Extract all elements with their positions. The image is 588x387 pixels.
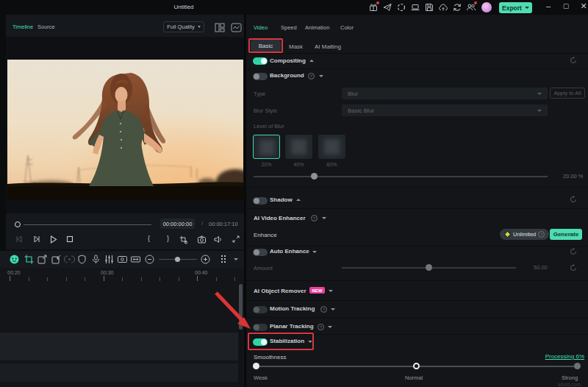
level-of-blur-label: Level of Blur [254,123,284,129]
unlimited-badge[interactable]: Unlimited ? [500,229,549,240]
zoom-in-icon[interactable] [200,254,211,265]
blur-preset-20[interactable] [253,135,280,159]
motion-tracking-help-icon[interactable]: ? [320,306,327,313]
crop-icon[interactable] [24,254,35,265]
quality-selector[interactable]: Full Quality [163,21,204,32]
tab-speed[interactable]: Speed [281,24,297,31]
mark-in-icon[interactable]: { [148,235,150,242]
generate-button[interactable]: Generate [550,229,582,240]
subtab-mask[interactable]: Mask [289,43,303,50]
zoom-out-icon[interactable] [144,254,155,265]
ripple-icon[interactable] [130,254,141,265]
tab-timeline[interactable]: Timeline [12,24,33,30]
avatar[interactable] [481,2,492,13]
export-button[interactable]: Export [499,2,532,13]
blur-preset-60[interactable] [318,135,345,159]
minimize-button[interactable]: – [542,1,554,10]
type-label: Type [254,90,265,97]
crop-settings-icon[interactable] [179,235,188,244]
sync-icon[interactable] [452,2,462,13]
shadow-reset-icon[interactable] [570,196,577,203]
auto-enhance-reset-icon[interactable] [570,248,577,255]
users-icon[interactable] [466,2,476,13]
planar-tracking-toggle[interactable] [253,324,268,331]
auto-enhance-toggle[interactable] [253,249,268,256]
shadow-collapse-icon[interactable] [296,199,301,201]
planar-tracking-expand-icon[interactable] [328,326,332,328]
smoothness-weak-dot[interactable] [253,363,259,369]
spinner-icon[interactable] [396,2,406,13]
processing-link[interactable]: Processing 6% [545,353,584,360]
laptop-icon[interactable] [410,2,420,13]
tab-color[interactable]: Color [340,24,354,31]
tab-source[interactable]: Source [37,24,55,30]
compositing-toggle[interactable] [253,57,268,65]
enhancer-help-icon[interactable]: ? [311,215,318,221]
next-frame-icon[interactable] [32,235,41,244]
maximize-button[interactable]: ▢ [560,2,572,10]
apply-to-all-button[interactable]: Apply to All [550,88,585,99]
background-toggle[interactable] [253,73,268,80]
layout-grid-icon[interactable] [215,22,225,35]
object-remover-expand-icon[interactable] [329,290,333,292]
enhancer-expand-icon[interactable] [322,217,326,219]
type-dropdown[interactable]: Blur [342,88,548,99]
zoom-slider-handle[interactable] [175,257,180,262]
smoothness-strong-dot[interactable] [574,363,581,369]
seek-handle[interactable] [15,221,21,227]
shadow-toggle[interactable] [253,197,268,205]
background-help-icon[interactable]: ? [308,73,315,79]
amount-handle[interactable] [426,264,432,271]
video-preview[interactable] [7,60,243,200]
record-icon[interactable] [117,254,128,265]
amount-reset-icon[interactable] [570,264,577,271]
export-board-icon[interactable] [37,254,48,265]
speaker-icon[interactable] [213,235,223,244]
shield-icon[interactable] [76,254,87,265]
seek-track[interactable] [24,224,151,225]
motion-tracking-toggle[interactable] [253,306,268,313]
mark-out-icon[interactable]: } [167,235,169,242]
link-icon[interactable] [64,254,75,265]
snapshot-icon[interactable] [197,235,207,244]
blur-level-slider[interactable] [254,176,548,177]
timeline-scrollbar[interactable] [239,284,243,387]
prev-frame-icon[interactable] [15,235,24,244]
smoothness-handle[interactable] [413,363,420,369]
ai-assistant-icon[interactable] [9,254,20,265]
fullscreen-icon[interactable] [232,235,240,244]
stop-icon[interactable] [65,235,74,244]
export-label: Export [502,4,522,12]
blur-style-dropdown[interactable]: Basic Blur [342,104,548,116]
scope-icon[interactable] [231,22,242,35]
subtab-ai-matting[interactable]: AI Matting [315,43,341,50]
filmora-app: Untitled Export [0,0,588,387]
toolbar-chevron-icon[interactable] [234,258,238,260]
timeline-track-video[interactable] [0,333,238,361]
timeline-ruler[interactable]: 00:20 00:30 00:40 [0,268,238,283]
tab-animation[interactable]: Animation [305,24,329,31]
timeline-track-audio[interactable] [0,363,238,382]
track-manager-icon[interactable] [220,254,231,265]
close-button[interactable]: ✕ [578,1,588,11]
auto-enhance-expand-icon[interactable] [312,251,317,253]
window-title: Untitled [147,4,220,10]
import-board-icon[interactable] [51,254,62,265]
background-expand-icon[interactable] [319,75,323,77]
cloud-upload-icon[interactable] [438,2,448,13]
share-icon[interactable] [382,2,392,13]
tab-video[interactable]: Video [254,24,268,31]
compositing-reset-icon[interactable] [570,57,577,64]
blur-preset-40[interactable] [285,135,312,159]
planar-tracking-help-icon[interactable]: ? [318,324,324,330]
motion-tracking-expand-icon[interactable] [331,308,335,310]
gift-icon[interactable] [368,2,379,13]
timeline-panel: 00:20 00:30 00:40 [0,251,244,387]
save-icon[interactable] [424,2,434,13]
microphone-icon[interactable] [90,254,101,265]
timeline-scrollbar-handle[interactable] [239,284,243,330]
compositing-collapse-icon[interactable] [309,60,314,62]
mixer-icon[interactable] [104,254,115,265]
play-icon[interactable] [49,235,58,244]
blur-level-handle[interactable] [311,173,318,180]
